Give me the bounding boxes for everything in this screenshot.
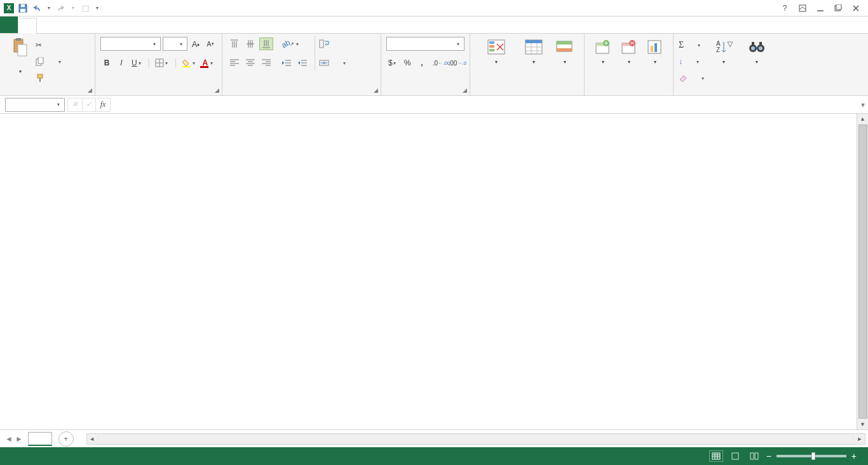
paste-button[interactable]: ▾ xyxy=(5,36,36,83)
align-left-icon[interactable] xyxy=(227,57,241,69)
comma-format-icon[interactable]: , xyxy=(416,57,428,69)
align-bottom-icon[interactable] xyxy=(259,37,273,50)
sheet-nav-prev-icon[interactable]: ◄ xyxy=(5,435,13,443)
minimize-icon[interactable] xyxy=(813,2,827,15)
close-icon[interactable] xyxy=(849,2,863,15)
alignment-dialog-icon[interactable]: ◢ xyxy=(372,87,379,93)
page-layout-view-icon[interactable] xyxy=(728,450,742,462)
decrease-indent-icon[interactable] xyxy=(280,57,294,69)
undo-icon[interactable] xyxy=(32,3,42,13)
wrap-text-button[interactable] xyxy=(319,36,348,51)
borders-button[interactable]: ▾ xyxy=(153,57,172,69)
redo-icon[interactable] xyxy=(56,3,66,13)
sign-in-link[interactable] xyxy=(860,16,868,33)
format-painter-button[interactable] xyxy=(36,71,63,86)
zoom-slider[interactable] xyxy=(776,455,846,457)
scroll-up-icon[interactable]: ▲ xyxy=(858,114,868,124)
clipboard-dialog-icon[interactable]: ◢ xyxy=(86,87,93,93)
touch-mode-icon[interactable]: ⬚ xyxy=(80,3,90,13)
percent-format-icon[interactable]: % xyxy=(401,57,414,69)
insert-cells-button[interactable]: ▾ xyxy=(590,36,616,83)
new-sheet-icon[interactable]: + xyxy=(58,431,74,447)
undo-dropdown[interactable]: ▾ xyxy=(46,5,52,11)
number-dialog-icon[interactable]: ◢ xyxy=(461,87,468,93)
decrease-decimal-icon[interactable]: .00→.0 xyxy=(450,57,465,69)
excel-icon xyxy=(4,3,14,13)
insert-function-icon[interactable]: fx xyxy=(96,98,110,112)
cut-button[interactable]: ✂ xyxy=(36,37,63,53)
normal-view-icon[interactable] xyxy=(709,450,723,462)
scroll-thumb-h[interactable] xyxy=(98,435,854,443)
cancel-formula-icon[interactable]: ✕ xyxy=(68,98,82,112)
fill-button[interactable]: ↓ ▾ xyxy=(679,54,706,69)
bold-button[interactable]: B xyxy=(100,57,113,69)
font-color-button[interactable]: A▾ xyxy=(200,57,217,69)
italic-button[interactable]: I xyxy=(115,57,128,69)
sheet-nav-next-icon[interactable]: ► xyxy=(15,435,23,443)
increase-indent-icon[interactable] xyxy=(295,57,309,69)
tab-insert[interactable] xyxy=(37,18,55,34)
number-format-select[interactable]: ▾ xyxy=(386,37,465,51)
maximize-icon[interactable] xyxy=(831,2,845,15)
align-center-icon[interactable] xyxy=(243,57,257,69)
zoom-handle[interactable] xyxy=(811,452,815,460)
tab-formulas[interactable] xyxy=(72,18,90,34)
redo-dropdown[interactable]: ▾ xyxy=(70,5,76,11)
tab-data[interactable] xyxy=(90,18,108,34)
format-as-table-button[interactable]: ▾ xyxy=(517,36,550,83)
help-icon[interactable]: ? xyxy=(778,2,792,15)
font-name-select[interactable]: ▾ xyxy=(100,37,161,51)
find-select-button[interactable]: ▾ xyxy=(742,36,772,83)
svg-rect-18 xyxy=(200,66,208,68)
align-middle-icon[interactable] xyxy=(243,37,257,50)
eraser-icon xyxy=(679,74,688,82)
formula-input[interactable] xyxy=(113,98,858,112)
tab-page-layout[interactable] xyxy=(55,18,72,34)
tab-file[interactable] xyxy=(0,16,18,33)
qat-dropdown[interactable]: ▾ xyxy=(94,5,100,11)
tab-home[interactable] xyxy=(18,18,37,34)
copy-button[interactable]: ▾ xyxy=(36,54,63,69)
sort-filter-button[interactable]: AZ▾ xyxy=(709,36,739,83)
expand-formula-bar-icon[interactable]: ▾ xyxy=(858,98,868,112)
cell-styles-button[interactable]: ▾ xyxy=(550,36,579,83)
format-cells-button[interactable]: ▾ xyxy=(642,36,668,83)
align-right-icon[interactable] xyxy=(259,57,273,69)
svg-text:Z: Z xyxy=(716,46,720,53)
align-top-icon[interactable] xyxy=(227,37,241,50)
zoom-in-icon[interactable]: + xyxy=(851,451,857,461)
enter-formula-icon[interactable]: ✓ xyxy=(82,98,96,112)
accounting-format-icon[interactable]: $▾ xyxy=(386,57,399,69)
increase-font-icon[interactable]: A▴ xyxy=(189,37,202,50)
merge-center-button[interactable]: ▾ xyxy=(319,55,348,71)
scroll-left-icon[interactable]: ◄ xyxy=(87,434,97,444)
page-break-view-icon[interactable] xyxy=(747,450,761,462)
ribbon-options-icon[interactable] xyxy=(796,2,810,15)
font-dialog-icon[interactable]: ◢ xyxy=(214,87,220,93)
clear-button[interactable]: ▾ xyxy=(679,71,706,86)
quick-access-toolbar: ▾ ▾ ⬚ ▾ xyxy=(0,3,100,13)
save-icon[interactable] xyxy=(18,3,28,13)
fill-color-button[interactable]: ▾ xyxy=(180,57,199,69)
sheet-tab[interactable] xyxy=(28,432,52,446)
conditional-formatting-icon xyxy=(486,37,506,58)
delete-cells-button[interactable]: ▾ xyxy=(616,36,642,83)
scroll-thumb-v[interactable] xyxy=(858,125,867,419)
name-box[interactable]: ▾ xyxy=(5,98,65,112)
zoom-out-icon[interactable]: − xyxy=(766,451,771,461)
scroll-right-icon[interactable]: ► xyxy=(855,434,865,444)
conditional-formatting-button[interactable]: ▾ xyxy=(475,36,517,83)
underline-button[interactable]: U▾ xyxy=(130,57,145,69)
tab-view[interactable] xyxy=(126,18,144,34)
autosum-button[interactable]: Σ ▾ xyxy=(679,37,706,53)
font-size-select[interactable]: ▾ xyxy=(163,37,187,51)
orientation-icon[interactable]: ab↗▾ xyxy=(280,37,302,50)
scissors-icon: ✂ xyxy=(36,41,42,50)
vertical-scrollbar[interactable]: ▲ ▼ xyxy=(857,114,868,429)
increase-decimal-icon[interactable]: .0←.00 xyxy=(434,57,448,69)
tab-review[interactable] xyxy=(108,18,126,34)
horizontal-scrollbar[interactable]: ◄ ► xyxy=(86,433,865,445)
decrease-font-icon[interactable]: A▾ xyxy=(204,37,217,50)
scroll-down-icon[interactable]: ▼ xyxy=(858,419,868,429)
svg-rect-11 xyxy=(38,57,43,64)
